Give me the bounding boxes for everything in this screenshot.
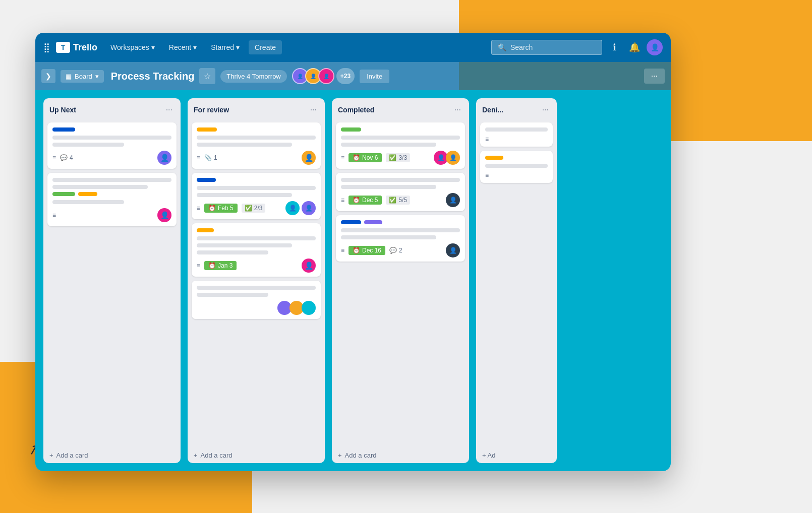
checklist-badge: ✅ 5/5 (386, 196, 410, 205)
card-badges: ≡ ⏰ Nov 6 ✅ 3/3 (341, 153, 410, 162)
member-count-badge[interactable]: +23 (336, 68, 355, 84)
card[interactable]: ≡ ⏰ Dec 16 💬 2 👤 (336, 215, 465, 262)
workspace-button[interactable]: Thrive 4 Tomorrow (220, 70, 286, 83)
description-icon: ≡ (485, 172, 489, 179)
clock-icon: ⏰ (353, 197, 360, 204)
description-icon: ≡ (197, 154, 200, 161)
app-window: ⣿ T Trello Workspaces ▾ Recent ▾ Starred… (35, 33, 671, 471)
recent-menu[interactable]: Recent ▾ (164, 40, 202, 54)
description-icon: ≡ (341, 197, 344, 204)
card-footer: ≡ 💬 4 👤 (52, 151, 171, 165)
board-title: Process Tracking (111, 71, 195, 82)
card[interactable]: ≡ (480, 151, 553, 183)
list-menu-denied[interactable]: ··· (540, 103, 551, 116)
search-icon: 🔍 (498, 43, 506, 51)
checklist-badge: ✅ 3/3 (386, 153, 410, 162)
description-icon: ≡ (52, 212, 56, 219)
list-menu-up-next[interactable]: ··· (164, 103, 175, 116)
card[interactable]: ≡ ⏰ Nov 6 ✅ 3/3 (336, 122, 465, 169)
description-badge: ≡ (341, 197, 344, 204)
star-button[interactable]: ☆ (199, 68, 215, 84)
date-badge: ⏰ Nov 6 (349, 153, 382, 162)
chevron-right-icon: ❯ (45, 72, 51, 80)
workspaces-menu[interactable]: Workspaces ▾ (105, 40, 160, 54)
card-badges: ≡ ⏰ Jan 3 (197, 261, 237, 270)
checklist-badge: ✅ 2/3 (242, 204, 266, 213)
card-avatar[interactable]: 👤 (446, 193, 460, 207)
trello-logo[interactable]: T Trello (56, 42, 97, 53)
create-button[interactable]: Create (249, 40, 282, 54)
card-badges: ≡ 💬 4 (52, 154, 73, 161)
card[interactable]: ≡ ⏰ Dec 5 ✅ 5/5 👤 (336, 173, 465, 211)
comment-badge: 💬 4 (60, 154, 73, 161)
card[interactable]: ≡ 💬 4 👤 (47, 122, 177, 169)
card-label-bar (52, 127, 75, 132)
card-badges: ≡ ⏰ Feb 5 ✅ 2/3 (197, 204, 265, 213)
list-menu-for-review[interactable]: ··· (308, 103, 319, 116)
user-avatar[interactable]: 👤 (647, 39, 663, 55)
add-card-button-for-review[interactable]: + Add a card (188, 447, 325, 463)
grid-icon[interactable]: ⣿ (43, 42, 50, 53)
date-badge: ⏰ Dec 16 (349, 246, 385, 255)
starred-menu[interactable]: Starred ▾ (206, 40, 245, 54)
card-label-row (341, 220, 460, 224)
card-avatar-3[interactable] (302, 301, 316, 315)
card[interactable]: ≡ 📎 1 👤 (192, 122, 321, 169)
search-bar[interactable]: 🔍 Search (491, 40, 602, 55)
board-content: Up Next ··· ≡ 💬 (35, 90, 671, 471)
member-avatar-3[interactable]: 👤 (318, 68, 334, 84)
list-cards-up-next: ≡ 💬 4 👤 (43, 120, 181, 445)
add-card-button-up-next[interactable]: + Add a card (43, 447, 181, 463)
card-footer: ≡ 📎 1 👤 (197, 151, 316, 165)
date-badge: ⏰ Jan 3 (204, 261, 237, 270)
card-avatar[interactable]: 👤 (302, 151, 316, 165)
description-badge: ≡ (197, 205, 200, 212)
invite-button[interactable]: Invite (360, 70, 389, 83)
board-view-selector[interactable]: ▦ Board ▾ (61, 70, 104, 83)
notifications-button[interactable]: 🔔 (626, 39, 643, 55)
workspaces-label: Workspaces (110, 43, 149, 51)
description-badge: ≡ (52, 154, 56, 161)
card-avatar[interactable]: 👤 (302, 259, 316, 273)
card[interactable]: ≡ ⏰ Feb 5 ✅ 2/3 (192, 173, 321, 219)
card-badges: ≡ ⏰ Dec 16 💬 2 (341, 246, 402, 255)
card-avatar-2[interactable]: 👤 (302, 201, 316, 215)
recent-label: Recent (169, 43, 191, 51)
card-avatar[interactable]: 👤 (157, 208, 171, 222)
board-icon: ▦ (66, 73, 72, 80)
list-title-completed: Completed (338, 106, 374, 114)
description-badge: ≡ (485, 172, 489, 179)
add-card-button-completed[interactable]: + Add a card (332, 447, 469, 463)
list-title-denied: Deni... (482, 106, 503, 114)
clock-icon: ⏰ (353, 154, 360, 161)
info-icon: ℹ (613, 42, 616, 53)
logo-text: Trello (73, 42, 97, 53)
card[interactable]: ≡ ⏰ Jan 3 👤 (192, 223, 321, 277)
card-avatar-2[interactable]: 👤 (446, 151, 460, 165)
add-card-button-denied[interactable]: + Ad (476, 447, 557, 463)
card[interactable] (192, 281, 321, 319)
card-avatar[interactable]: 👤 (157, 151, 171, 165)
starred-label: Starred (211, 43, 234, 51)
card[interactable]: ≡ (480, 122, 553, 147)
card[interactable]: ≡ 👤 (47, 173, 177, 226)
chevron-down-icon: ▾ (193, 43, 197, 51)
list-menu-completed[interactable]: ··· (452, 103, 463, 116)
comment-badge: 💬 2 (389, 247, 402, 254)
card-avatar[interactable]: 👤 (446, 243, 460, 258)
list-completed: Completed ··· ≡ ⏰ (332, 98, 469, 463)
info-button[interactable]: ℹ (606, 39, 622, 55)
board-header: ❯ ▦ Board ▾ Process Tracking ☆ Thrive 4 … (35, 62, 671, 90)
member-avatars: 👤 👤 👤 +23 (292, 68, 355, 84)
list-cards-for-review: ≡ 📎 1 👤 (188, 120, 325, 445)
list-header-completed: Completed ··· (332, 98, 469, 120)
card-footer: ≡ ⏰ Dec 16 💬 2 👤 (341, 243, 460, 258)
clock-icon: ⏰ (208, 262, 216, 269)
sidebar-toggle-button[interactable]: ❯ (41, 69, 55, 83)
card-avatar-1[interactable]: 👤 (285, 201, 300, 215)
card-footer: ≡ ⏰ Feb 5 ✅ 2/3 (197, 201, 316, 215)
more-options-button[interactable]: ··· (644, 69, 665, 84)
date-badge: ⏰ Feb 5 (204, 204, 238, 213)
bell-icon: 🔔 (629, 42, 640, 53)
card-footer (197, 301, 316, 315)
